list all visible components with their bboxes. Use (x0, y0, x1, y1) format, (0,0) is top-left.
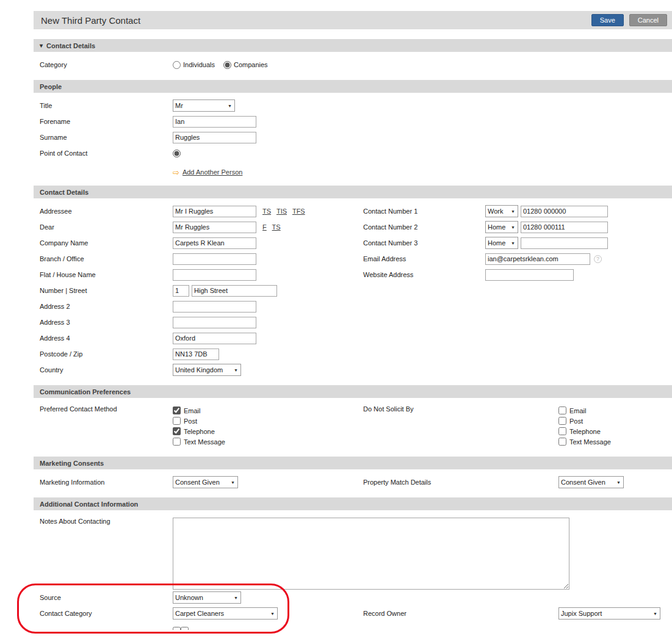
address2-input[interactable] (173, 301, 256, 313)
individuals-label: Individuals (183, 61, 215, 68)
new-third-party-contact-form: New Third Party Contact Save Cancel ▾ Co… (34, 11, 672, 636)
contact-number3-input[interactable] (521, 237, 608, 249)
save-button[interactable]: Save (591, 14, 624, 26)
address4-label: Address 4 (40, 334, 173, 342)
surname-input[interactable] (173, 132, 256, 143)
dear-ts-link[interactable]: TS (272, 223, 281, 231)
section-communication-preferences-title: Communication Preferences (40, 388, 131, 396)
contact-number1-type-wrap: Work (485, 205, 518, 217)
dear-input[interactable] (173, 222, 256, 233)
contact-category-select[interactable]: Carpet Cleaners (173, 607, 278, 620)
notes-textarea[interactable] (173, 518, 569, 590)
address4-input[interactable] (173, 333, 256, 344)
marketing-information-row: Marketing Information Consent Given (34, 474, 357, 490)
house-number-input[interactable] (173, 285, 189, 297)
point-of-contact-row: Point of Contact (34, 145, 672, 161)
addressee-label: Addressee (40, 208, 173, 215)
forename-input[interactable] (173, 116, 256, 128)
branch-office-input[interactable] (173, 253, 256, 265)
dear-label: Dear (40, 223, 173, 231)
contact-details-right-column: Contact Number 1 Work Contact Number 2 H… (357, 203, 672, 283)
contact-details-left-column: Addressee TS TIS TFS Dear F TS (34, 203, 357, 378)
section-contact-details-title: Contact Details (46, 42, 95, 49)
clipped-left-checkbox[interactable] (173, 627, 181, 630)
company-name-label: Company Name (40, 239, 173, 247)
section-additional-contact-information: Additional Contact Information (34, 497, 672, 510)
help-icon[interactable]: ? (594, 255, 602, 263)
page-title: New Third Party Contact (41, 15, 591, 26)
preferred-telephone-label: Telephone (184, 428, 215, 435)
dear-f-link[interactable]: F (262, 223, 267, 231)
country-select[interactable]: United Kingdom (173, 364, 241, 376)
clipped-right-checkbox[interactable] (181, 627, 189, 630)
companies-radio[interactable] (223, 61, 231, 69)
preferred-textmessage-checkbox[interactable] (173, 438, 181, 446)
addressee-links: TS TIS TFS (262, 208, 309, 215)
postcode-input[interactable] (173, 349, 219, 360)
email-input[interactable] (485, 253, 590, 265)
contact-category-column: Contact Category Carpet Cleaners (34, 605, 357, 621)
contact-number1-input[interactable] (521, 206, 608, 217)
property-match-column: Property Match Details Consent Given (357, 474, 672, 490)
category-radio-group: Individuals Companies (173, 61, 268, 69)
contact-number2-type-select[interactable]: Home (485, 221, 518, 233)
collapse-arrow-icon[interactable]: ▾ (40, 42, 43, 49)
solicit-post-label: Post (569, 417, 583, 425)
solicit-email-checkbox[interactable] (558, 407, 566, 414)
titlebar: New Third Party Contact Save Cancel (34, 11, 672, 29)
category-row: Category Individuals Companies (34, 57, 672, 73)
contact-number2-input[interactable] (521, 222, 608, 233)
preferred-post-checkbox[interactable] (173, 417, 181, 425)
add-another-person-link[interactable]: Add Another Person (182, 168, 242, 176)
title-select[interactable]: Mr (173, 99, 235, 112)
flat-house-input[interactable] (173, 269, 256, 281)
contact-number2-label: Contact Number 2 (363, 223, 485, 231)
preferred-contact-label: Preferred Contact Method (40, 405, 173, 413)
marketing-information-select[interactable]: Consent Given (173, 476, 238, 488)
preferred-telephone-item: Telephone (173, 427, 225, 435)
section-marketing-consents-title: Marketing Consents (40, 460, 104, 467)
additional-contact-information-body: Notes About Contacting Source Unknown Co… (34, 510, 672, 636)
record-owner-select[interactable]: Jupix Support (558, 607, 660, 620)
contact-number3-row: Contact Number 3 Home (357, 235, 672, 251)
forename-row: Forename (34, 114, 672, 129)
record-owner-row: Record Owner Jupix Support (357, 605, 672, 621)
do-not-solicit-label: Do Not Solicit By (363, 405, 558, 413)
contact-number3-type-select[interactable]: Home (485, 237, 518, 249)
solicit-telephone-checkbox[interactable] (558, 427, 566, 435)
notes-row: Notes About Contacting (34, 515, 672, 590)
section-contact-details-toggle[interactable]: ▾ Contact Details (34, 39, 672, 52)
addressee-input[interactable] (173, 206, 256, 217)
website-input[interactable] (485, 269, 574, 281)
individuals-radio[interactable] (173, 61, 181, 69)
number-street-row: Number | Street (34, 283, 357, 298)
addressee-row: Addressee TS TIS TFS (34, 203, 357, 219)
addressee-tis-link[interactable]: TIS (276, 208, 287, 215)
title-label: Title (40, 102, 173, 109)
solicit-telephone-item: Telephone (558, 427, 611, 435)
title-row: Title Mr (34, 98, 672, 114)
preferred-email-checkbox[interactable] (173, 407, 181, 414)
source-select[interactable]: Unknown (173, 591, 241, 604)
contact-number1-type-select[interactable]: Work (485, 205, 518, 217)
surname-label: Surname (40, 134, 173, 141)
addressee-ts-link[interactable]: TS (262, 208, 271, 215)
communication-preferences-body: Preferred Contact Method Email Post T (34, 398, 672, 457)
section-people-title: People (40, 83, 62, 90)
solicit-post-checkbox[interactable] (558, 417, 566, 425)
address4-row: Address 4 (34, 330, 357, 346)
do-not-solicit-checkboxes: Email Post Telephone Text Message (558, 405, 611, 449)
company-name-input[interactable] (173, 237, 256, 249)
contact-number3-type-wrap: Home (485, 237, 518, 249)
solicit-textmessage-checkbox[interactable] (558, 438, 566, 446)
cancel-button[interactable]: Cancel (629, 14, 667, 26)
property-match-select[interactable]: Consent Given (558, 476, 624, 488)
address3-input[interactable] (173, 317, 256, 328)
dear-row: Dear F TS (34, 219, 357, 235)
street-input[interactable] (192, 285, 277, 297)
point-of-contact-radio[interactable] (173, 150, 181, 157)
postcode-label: Postcode / Zip (40, 350, 173, 358)
property-match-label: Property Match Details (363, 479, 558, 486)
addressee-tfs-link[interactable]: TFS (292, 208, 305, 215)
preferred-telephone-checkbox[interactable] (173, 427, 181, 435)
